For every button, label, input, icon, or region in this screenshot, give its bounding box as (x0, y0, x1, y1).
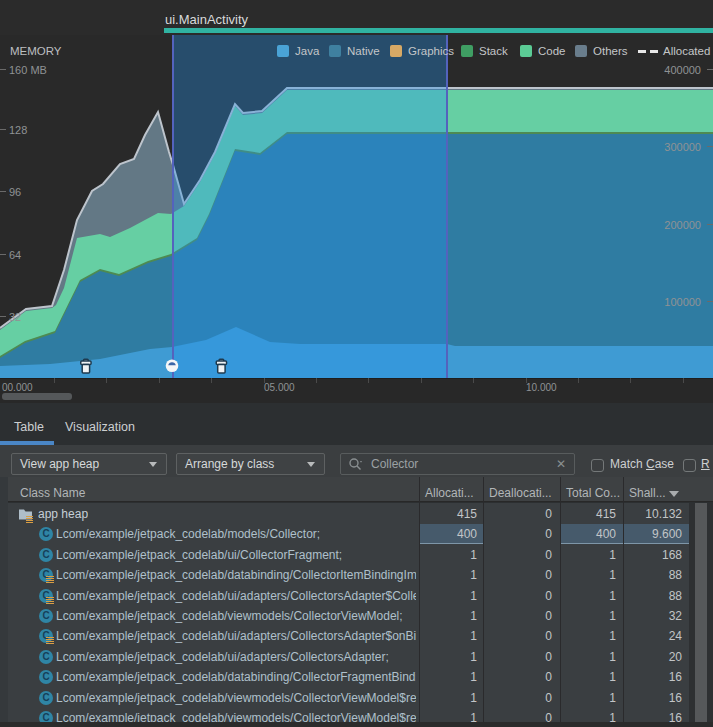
svg-text:64: 64 (9, 249, 21, 261)
svg-text:400000: 400000 (664, 64, 701, 76)
svg-text:Graphics: Graphics (408, 45, 454, 57)
svg-text:Others: Others (593, 45, 628, 57)
svg-text:300000: 300000 (664, 141, 701, 153)
svg-text:200000: 200000 (664, 219, 701, 231)
svg-text:Code: Code (538, 45, 566, 57)
svg-text:96: 96 (9, 186, 21, 198)
svg-text:Allocated: Allocated (663, 45, 710, 57)
svg-text:05.000: 05.000 (264, 382, 295, 393)
svg-text:Stack: Stack (479, 45, 508, 57)
svg-text:32: 32 (9, 311, 21, 323)
svg-text:Java: Java (295, 45, 320, 57)
svg-text:10.000: 10.000 (526, 382, 557, 393)
svg-text:Native: Native (347, 45, 380, 57)
svg-text:128: 128 (9, 124, 27, 136)
svg-text:MEMORY: MEMORY (10, 45, 62, 57)
svg-text:160 MB: 160 MB (9, 64, 47, 76)
svg-text:00.000: 00.000 (2, 382, 33, 393)
svg-text:100000: 100000 (664, 296, 701, 308)
